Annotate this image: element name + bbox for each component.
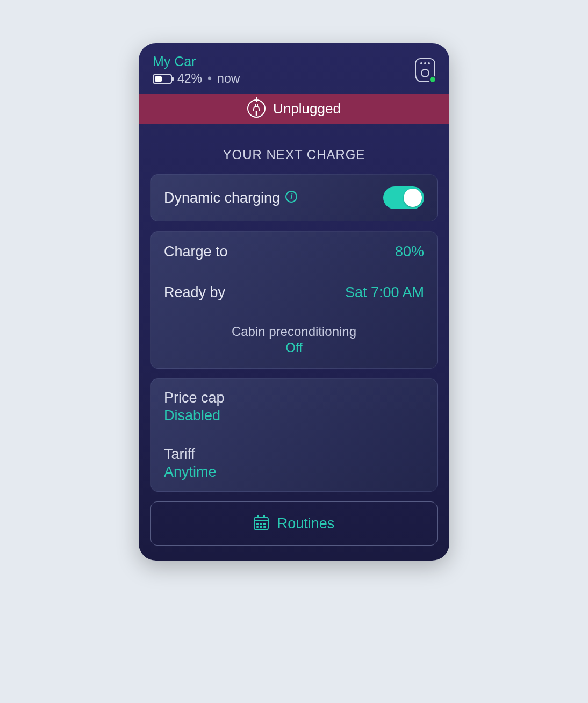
calendar-icon — [254, 517, 269, 530]
status-label: Unplugged — [273, 101, 341, 117]
tariff-label: Tariff — [164, 446, 424, 463]
separator-dot: • — [207, 71, 212, 86]
updated-time: now — [217, 71, 240, 86]
charge-settings-card: Charge to 80% Ready by Sat 7:00 AM Cabin… — [150, 231, 438, 369]
next-charge-title: YOUR NEXT CHARGE — [139, 147, 449, 162]
charge-to-value: 80% — [395, 243, 424, 260]
battery-percent: 42% — [177, 71, 202, 86]
battery-row: 42% • now — [153, 71, 240, 86]
status-banner: Unplugged — [139, 94, 449, 124]
ready-by-row[interactable]: Ready by Sat 7:00 AM — [151, 272, 437, 313]
ready-by-label: Ready by — [164, 284, 225, 301]
cabin-label: Cabin preconditioning — [164, 324, 424, 339]
cabin-preconditioning-row[interactable]: Cabin preconditioning Off — [151, 313, 437, 368]
price-cap-value: Disabled — [164, 407, 424, 424]
header-left: My Car 42% • now — [153, 54, 240, 86]
dynamic-charging-row: Dynamic charging i — [151, 175, 437, 221]
header: My Car 42% • now — [139, 43, 449, 94]
car-name[interactable]: My Car — [153, 54, 240, 69]
price-cap-row[interactable]: Price cap Disabled — [151, 379, 437, 435]
charge-to-label: Charge to — [164, 243, 228, 260]
dynamic-charging-label: Dynamic charging — [164, 190, 280, 206]
dynamic-charging-card: Dynamic charging i — [150, 174, 438, 221]
plug-icon — [247, 99, 266, 118]
app-screen: My Car 42% • now Unplugged YOUR NEXT CHA… — [139, 43, 449, 561]
charger-device-icon[interactable] — [415, 58, 435, 82]
routines-button[interactable]: Routines — [150, 501, 438, 546]
charge-to-row[interactable]: Charge to 80% — [151, 232, 437, 272]
price-cap-label: Price cap — [164, 390, 424, 406]
tariff-value: Anytime — [164, 464, 424, 480]
routines-label: Routines — [277, 515, 335, 532]
tariff-row[interactable]: Tariff Anytime — [151, 435, 437, 491]
ready-by-value: Sat 7:00 AM — [345, 284, 424, 301]
info-icon[interactable]: i — [285, 191, 297, 203]
dynamic-charging-toggle[interactable] — [383, 186, 424, 209]
battery-icon — [153, 74, 172, 84]
pricing-card: Price cap Disabled Tariff Anytime — [150, 378, 438, 492]
cabin-value: Off — [164, 340, 424, 355]
charger-status-dot-icon — [429, 76, 436, 83]
